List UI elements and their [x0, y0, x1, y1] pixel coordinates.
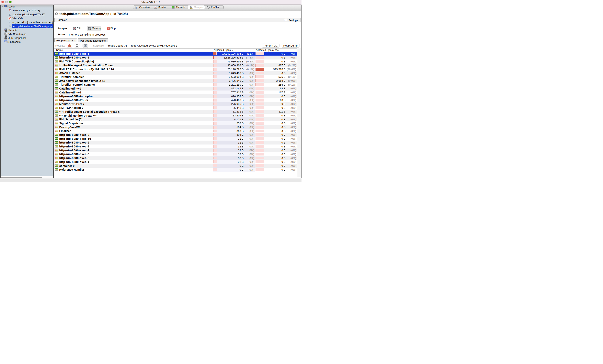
svg-text:i: i [136, 7, 137, 9]
